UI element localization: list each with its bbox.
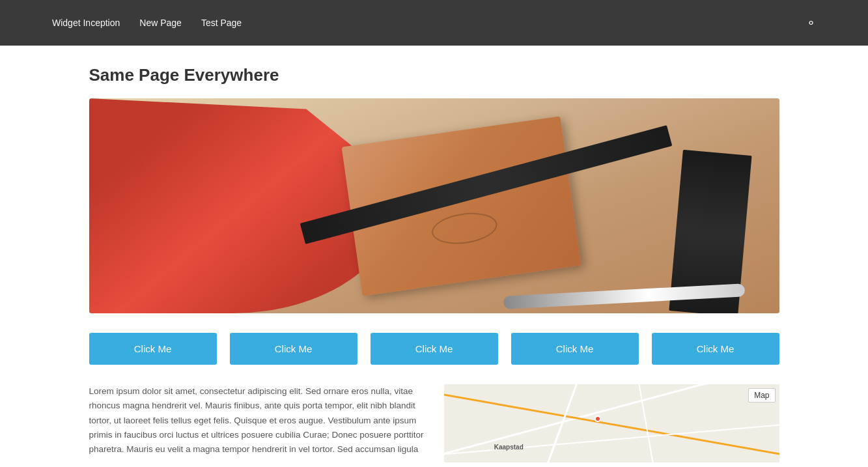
click-button-2[interactable]: Click Me [230, 333, 357, 365]
bottom-section: Lorem ipsum dolor sit amet, consectetur … [89, 384, 779, 462]
map-road [541, 384, 583, 462]
hero-image [89, 98, 779, 313]
buttons-row: Click Me Click Me Click Me Click Me Clic… [89, 333, 779, 365]
notebook-emboss [430, 208, 499, 248]
map-location-label: Kaapstad [494, 444, 524, 451]
page-title: Same Page Everywhere [89, 65, 779, 85]
click-button-4[interactable]: Click Me [511, 333, 639, 365]
click-button-1[interactable]: Click Me [89, 333, 217, 365]
nav-link-test-page[interactable]: Test Page [201, 18, 242, 28]
map-road [444, 384, 779, 462]
nav-links: Widget Inception New Page Test Page [52, 18, 242, 28]
body-text: Lorem ipsum dolor sit amet, consectetur … [89, 384, 425, 462]
click-button-5[interactable]: Click Me [652, 333, 779, 365]
navigation: Widget Inception New Page Test Page ⚬ [0, 0, 868, 46]
nav-link-widget-inception[interactable]: Widget Inception [52, 18, 120, 28]
nav-link-new-page[interactable]: New Page [139, 18, 182, 28]
hero-placeholder [89, 98, 779, 313]
main-content: Same Page Everywhere Click Me Click Me C… [76, 46, 792, 467]
search-button[interactable]: ⚬ [806, 16, 816, 30]
map-grid [444, 384, 779, 462]
map-type-label[interactable]: Map [748, 388, 775, 403]
click-button-3[interactable]: Click Me [371, 333, 498, 365]
map-placeholder: Kaapstad Map [444, 384, 779, 462]
map-widget[interactable]: Kaapstad Map [444, 384, 779, 462]
